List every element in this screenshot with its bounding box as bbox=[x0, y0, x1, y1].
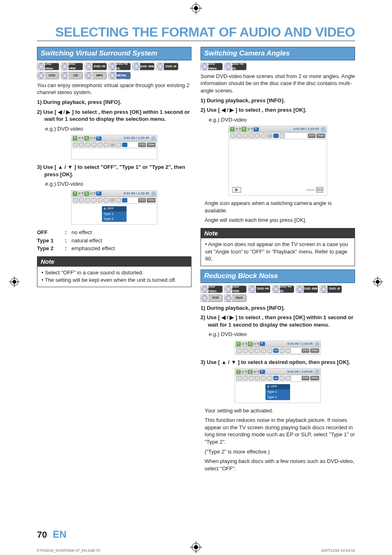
osd-icon bbox=[249, 376, 254, 380]
noise-body3: When playing back discs with a few noise… bbox=[201, 458, 355, 472]
section-virtual-surround: Switching Virtual Surround System bbox=[37, 47, 191, 60]
osd-c-icon: C bbox=[248, 342, 253, 346]
osd-title-count: 1/ 5 bbox=[78, 136, 83, 140]
osd-icon bbox=[267, 376, 272, 380]
osd-icon bbox=[255, 348, 260, 353]
osd-icon bbox=[267, 348, 272, 353]
vss-eg2: e.g.) DVD-video bbox=[37, 180, 191, 188]
osd-icon bbox=[279, 348, 285, 353]
cam-disc-row: DVD Video DVD +R DL bbox=[201, 63, 355, 70]
osd-menu-type1: Type 1 bbox=[102, 212, 127, 217]
disc-dvd-plus-r: DVD +R bbox=[85, 63, 107, 70]
vss-step2: 2) Use [ ◀ / ▶ ] to select , then press … bbox=[37, 109, 190, 122]
osd-icon bbox=[116, 198, 121, 203]
osd-vss-2: T 1/ 5 C 1/ 5 🔍 0:01:00 / 1:23:45 NR bbox=[71, 190, 157, 225]
disc-dvd-plus-r-dl: DVD +R DL bbox=[224, 63, 247, 70]
section-camera-angles: Switching Camera Angles bbox=[201, 47, 355, 60]
osd-camera: T 1/ 5 C 1/ 5 🔍 0:01:00 / 1:23:45 NR bbox=[228, 126, 327, 196]
osd-menu: OFF Type 1 Type 2 bbox=[265, 384, 290, 400]
vss-eg1: e.g.) DVD-video bbox=[37, 125, 191, 133]
osd-disc-icon bbox=[151, 191, 156, 196]
page-lang-code: EN bbox=[53, 529, 66, 540]
noise-disc-row-2: VCD DivX bbox=[201, 295, 355, 302]
disc-dvd-plus-r-dl: DVD +R DL bbox=[272, 286, 294, 293]
osd-icon bbox=[255, 134, 260, 138]
osd-icon bbox=[79, 198, 84, 203]
noise-activated: Your setting will be activated. bbox=[201, 407, 355, 415]
disc-dvd-video: DVD Video bbox=[201, 286, 223, 293]
note-head: Note bbox=[201, 228, 355, 238]
disc-mp3: MP3 bbox=[85, 72, 107, 79]
osd-icon bbox=[249, 348, 254, 353]
page-number: 70 EN bbox=[37, 529, 67, 540]
osd-search-icon: 🔍 bbox=[96, 136, 101, 140]
osd-video-tag: Video bbox=[310, 348, 319, 353]
osd-title-count: 1/ 5 bbox=[235, 127, 241, 131]
osd-t-icon: T bbox=[73, 191, 77, 196]
osd-chapter-count: 1/ 5 bbox=[247, 127, 253, 131]
osd-t-icon: T bbox=[236, 342, 241, 346]
osd-disc-icon bbox=[321, 127, 325, 131]
noise-body2: ("Type 2" is more effective.) bbox=[201, 448, 355, 456]
osd-icon bbox=[73, 143, 78, 147]
note-item: The setting will be kept even when the u… bbox=[42, 276, 187, 284]
osd-dvd-tag: DVD bbox=[138, 143, 146, 147]
osd-video-tag: Video bbox=[316, 134, 325, 138]
osd-icon bbox=[91, 198, 97, 203]
osd-time: 0:01:00 / 1:23:45 bbox=[124, 191, 149, 196]
cam-angle-line: Angle icon appears when a switching came… bbox=[201, 200, 355, 214]
cam-eg: e.g.) DVD-video bbox=[201, 116, 355, 124]
noise-eg: e.g.) DVD-video bbox=[201, 331, 355, 338]
noise-step3: 3) Use [ ▲ / ▼ ] to select a desired opt… bbox=[201, 359, 350, 365]
osd-vss-1: T 1/ 5 C 1/ 5 🔍 0:01:00 / 1:23:45 NR bbox=[71, 135, 157, 159]
osd-noise-1: T 1/ 5 C 1/ 5 🔍 0:01:00 / 1:23:45 NR bbox=[235, 341, 321, 355]
disc-vcd: VCD bbox=[201, 295, 223, 302]
osd-title-count: 1/ 5 bbox=[78, 191, 83, 196]
osd-menu-type1: Type 1 bbox=[265, 389, 290, 395]
disc-dvd-plus-rw: DVD +RW bbox=[224, 286, 247, 293]
disc-divx: DivX bbox=[224, 295, 247, 302]
osd-icon bbox=[97, 198, 103, 203]
osd-disc-icon bbox=[151, 136, 156, 140]
note-item: Select "OFF" in a case sound is distorte… bbox=[42, 269, 187, 276]
osd-icon bbox=[255, 376, 260, 380]
disc-dvd-plus-r-dl: DVD +R DL bbox=[108, 63, 131, 70]
osd-icon bbox=[236, 376, 242, 380]
osd-chapter-count: 1/ 5 bbox=[90, 136, 95, 140]
osd-search-icon: 🔍 bbox=[260, 370, 265, 374]
osd-menu-off: OFF bbox=[102, 206, 127, 212]
disc-vcd: VCD bbox=[37, 72, 59, 79]
disc-wma: WINDOWS MEDIA AUDIO bbox=[108, 72, 131, 79]
osd-t-icon: T bbox=[73, 136, 77, 140]
osd-nr-icon: NR bbox=[273, 376, 279, 380]
disc-dvd-minus-rw: DVD -RW bbox=[296, 286, 318, 293]
osd-video-tag: Video bbox=[147, 198, 156, 203]
osd-dvd-tag: DVD bbox=[302, 376, 309, 380]
osd-icon bbox=[242, 376, 248, 380]
noise-body1: This function reduces noise in the playb… bbox=[201, 417, 355, 445]
osd-icon bbox=[242, 348, 248, 353]
disc-dvd-minus-rw: DVD -RW bbox=[132, 63, 154, 70]
osd-search-icon: 🔍 bbox=[260, 342, 265, 346]
osd-title-count: 1/ 5 bbox=[242, 370, 247, 374]
osd-search-icon: 🔍 bbox=[254, 127, 259, 131]
osd-icon bbox=[104, 198, 109, 203]
osd-title-count: 1/ 5 bbox=[242, 342, 247, 346]
osd-icon bbox=[79, 143, 84, 147]
osd-surround-icon bbox=[122, 143, 127, 147]
disc-dvd-video: DVD Video bbox=[201, 63, 223, 70]
play-indicator-icon bbox=[232, 187, 241, 193]
osd-nr-icon: NR bbox=[110, 143, 115, 147]
def-off: OFF:no effect bbox=[37, 229, 191, 236]
osd-icon bbox=[85, 198, 90, 203]
osd-time: 0:01:00 / 1:23:45 bbox=[287, 342, 313, 346]
osd-disc-icon bbox=[315, 369, 319, 374]
page-title: SELECTING THE FORMAT OF AUDIO AND VIDEO bbox=[37, 25, 355, 41]
osd-icon bbox=[279, 376, 285, 380]
osd-video-tag: Video bbox=[147, 143, 156, 147]
osd-menu-type2: Type 2 bbox=[102, 216, 127, 222]
osd-c-icon: C bbox=[84, 136, 89, 140]
osd-icon bbox=[249, 134, 254, 138]
osd-dvd-tag: DVD bbox=[138, 198, 146, 203]
disc-cd: CD bbox=[61, 72, 83, 79]
